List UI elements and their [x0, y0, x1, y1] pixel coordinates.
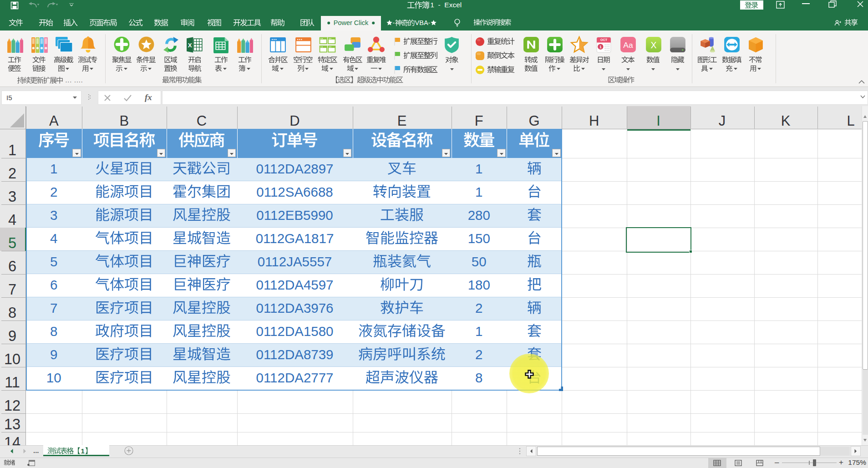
svg-text:Aa: Aa [624, 40, 634, 49]
svg-text:X: X [188, 41, 192, 48]
svg-text:1: 1 [599, 44, 601, 49]
svg-text:X: X [650, 40, 656, 50]
svg-text:OCT: OCT [600, 38, 608, 42]
